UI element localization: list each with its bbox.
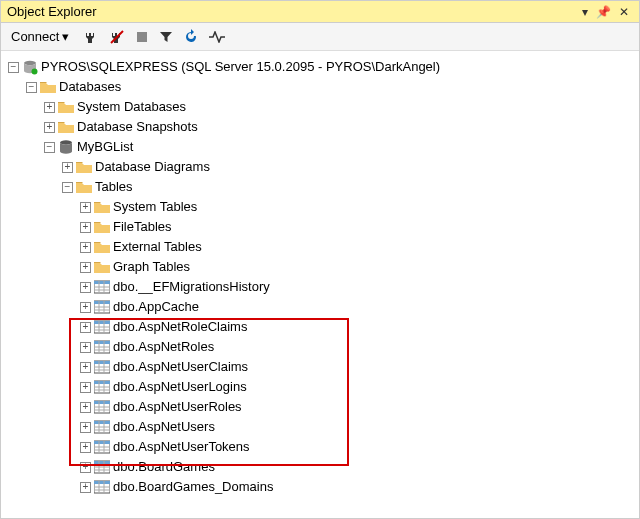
svg-point-4 — [60, 140, 72, 144]
expand-icon[interactable]: + — [80, 342, 91, 353]
mybglist-label: MyBGList — [77, 137, 133, 157]
graph-tables-label: Graph Tables — [113, 257, 190, 277]
database-snapshots-label: Database Snapshots — [77, 117, 198, 137]
expand-icon[interactable]: + — [80, 322, 91, 333]
connect-plug-icon[interactable] — [83, 29, 99, 45]
expand-icon[interactable]: + — [80, 442, 91, 453]
activity-monitor-icon[interactable] — [209, 31, 225, 43]
table-node[interactable]: + dbo.AppCache — [5, 297, 635, 317]
databases-node[interactable]: − Databases — [5, 77, 635, 97]
tables-node[interactable]: − Tables — [5, 177, 635, 197]
toolbar: Connect ▾ — [1, 23, 639, 51]
server-node[interactable]: − PYROS\SQLEXPRESS (SQL Server 15.0.2095… — [5, 57, 635, 77]
system-tables-node[interactable]: + System Tables — [5, 197, 635, 217]
folder-icon — [94, 259, 110, 275]
database-diagrams-node[interactable]: + Database Diagrams — [5, 157, 635, 177]
table-icon — [94, 439, 110, 455]
expand-icon[interactable]: + — [80, 262, 91, 273]
table-node[interactable]: + dbo.AspNetUserRoles — [5, 397, 635, 417]
table-node[interactable]: + dbo.AspNetRoles — [5, 337, 635, 357]
database-diagrams-label: Database Diagrams — [95, 157, 210, 177]
external-tables-node[interactable]: + External Tables — [5, 237, 635, 257]
table-label: dbo.AspNetUserTokens — [113, 437, 250, 457]
expand-icon[interactable]: + — [80, 302, 91, 313]
table-icon — [94, 359, 110, 375]
expand-icon[interactable]: + — [44, 122, 55, 133]
table-node[interactable]: + dbo.AspNetUserClaims — [5, 357, 635, 377]
svg-rect-30 — [94, 361, 110, 364]
folder-icon — [58, 99, 74, 115]
folder-icon — [40, 79, 56, 95]
table-icon — [94, 299, 110, 315]
collapse-icon[interactable]: − — [8, 62, 19, 73]
table-node[interactable]: + dbo.AspNetUsers — [5, 417, 635, 437]
database-snapshots-node[interactable]: + Database Snapshots — [5, 117, 635, 137]
table-node[interactable]: + dbo.AspNetRoleClaims — [5, 317, 635, 337]
expand-icon[interactable]: + — [80, 482, 91, 493]
expand-icon[interactable]: + — [80, 422, 91, 433]
table-label: dbo.AspNetUserLogins — [113, 377, 247, 397]
system-tables-label: System Tables — [113, 197, 197, 217]
table-node[interactable]: + dbo.__EFMigrationsHistory — [5, 277, 635, 297]
table-label: dbo.AspNetRoleClaims — [113, 317, 247, 337]
table-icon — [94, 479, 110, 495]
collapse-icon[interactable]: − — [62, 182, 73, 193]
svg-rect-6 — [94, 281, 110, 284]
table-label: dbo.AspNetUserRoles — [113, 397, 242, 417]
titlebar: Object Explorer ▾ 📌 ✕ — [1, 1, 639, 23]
folder-icon — [58, 119, 74, 135]
svg-rect-1 — [137, 32, 147, 42]
folder-icon — [76, 179, 92, 195]
tree[interactable]: − PYROS\SQLEXPRESS (SQL Server 15.0.2095… — [1, 51, 639, 503]
server-label: PYROS\SQLEXPRESS (SQL Server 15.0.2095 -… — [41, 57, 440, 77]
connect-label: Connect — [11, 29, 59, 44]
svg-rect-66 — [94, 481, 110, 484]
server-icon — [22, 59, 38, 75]
svg-rect-60 — [94, 461, 110, 464]
chevron-down-icon: ▾ — [62, 29, 69, 44]
svg-rect-48 — [94, 421, 110, 424]
svg-point-3 — [32, 69, 38, 75]
filetables-label: FileTables — [113, 217, 172, 237]
expand-icon[interactable]: + — [80, 402, 91, 413]
table-label: dbo.AspNetUsers — [113, 417, 215, 437]
window-menu-icon[interactable]: ▾ — [578, 5, 592, 19]
collapse-icon[interactable]: − — [44, 142, 55, 153]
table-node[interactable]: + dbo.AspNetUserTokens — [5, 437, 635, 457]
system-databases-node[interactable]: + System Databases — [5, 97, 635, 117]
disconnect-plug-icon[interactable] — [109, 29, 125, 45]
expand-icon[interactable]: + — [80, 382, 91, 393]
expand-icon[interactable]: + — [80, 242, 91, 253]
object-explorer-panel: Object Explorer ▾ 📌 ✕ Connect ▾ — [0, 0, 640, 519]
svg-rect-54 — [94, 441, 110, 444]
table-icon — [94, 459, 110, 475]
stop-icon[interactable] — [135, 30, 149, 44]
expand-icon[interactable]: + — [44, 102, 55, 113]
expand-icon[interactable]: + — [80, 282, 91, 293]
collapse-icon[interactable]: − — [26, 82, 37, 93]
expand-icon[interactable]: + — [80, 462, 91, 473]
svg-rect-42 — [94, 401, 110, 404]
table-node[interactable]: + dbo.BoardGames — [5, 457, 635, 477]
close-icon[interactable]: ✕ — [615, 5, 633, 19]
pin-icon[interactable]: 📌 — [592, 5, 615, 19]
table-node[interactable]: + dbo.BoardGames_Domains — [5, 477, 635, 497]
expand-icon[interactable]: + — [80, 362, 91, 373]
refresh-icon[interactable] — [183, 29, 199, 45]
table-label: dbo.AspNetRoles — [113, 337, 214, 357]
filter-icon[interactable] — [159, 30, 173, 44]
table-node[interactable]: + dbo.AspNetUserLogins — [5, 377, 635, 397]
database-icon — [58, 139, 74, 155]
expand-icon[interactable]: + — [62, 162, 73, 173]
table-label: dbo.__EFMigrationsHistory — [113, 277, 270, 297]
table-icon — [94, 319, 110, 335]
table-icon — [94, 379, 110, 395]
expand-icon[interactable]: + — [80, 202, 91, 213]
svg-rect-12 — [94, 301, 110, 304]
graph-tables-node[interactable]: + Graph Tables — [5, 257, 635, 277]
filetables-node[interactable]: + FileTables — [5, 217, 635, 237]
connect-button[interactable]: Connect ▾ — [7, 27, 73, 46]
expand-icon[interactable]: + — [80, 222, 91, 233]
table-label: dbo.BoardGames_Domains — [113, 477, 273, 497]
mybglist-node[interactable]: − MyBGList — [5, 137, 635, 157]
